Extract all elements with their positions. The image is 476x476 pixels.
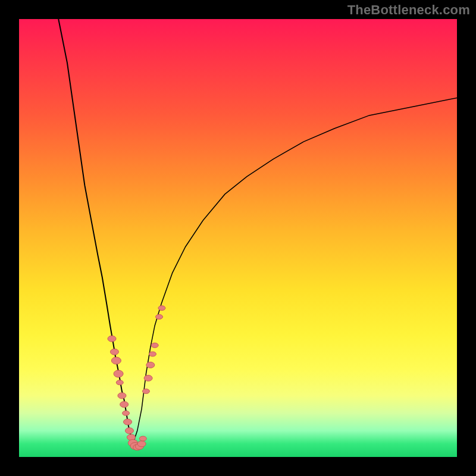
right-curve bbox=[133, 98, 457, 443]
data-bead bbox=[144, 375, 152, 381]
data-bead bbox=[158, 306, 165, 311]
data-bead bbox=[124, 419, 132, 425]
data-bead bbox=[156, 314, 163, 319]
data-beads bbox=[108, 306, 165, 450]
data-bead bbox=[111, 357, 121, 364]
plot-area bbox=[19, 19, 457, 457]
chart-frame: TheBottleneck.com bbox=[0, 0, 476, 476]
left-curve bbox=[58, 19, 133, 444]
data-bead bbox=[146, 362, 155, 368]
data-bead bbox=[149, 352, 156, 356]
data-bead bbox=[108, 336, 116, 342]
data-bead bbox=[125, 428, 133, 434]
data-bead bbox=[110, 349, 118, 355]
data-bead bbox=[116, 380, 123, 385]
data-bead bbox=[123, 411, 130, 415]
watermark-text: TheBottleneck.com bbox=[347, 2, 470, 18]
data-bead bbox=[120, 402, 129, 408]
data-bead bbox=[137, 441, 146, 447]
data-bead bbox=[151, 343, 158, 347]
data-bead bbox=[142, 389, 149, 394]
data-bead bbox=[114, 370, 123, 377]
chart-svg bbox=[19, 19, 457, 457]
data-bead bbox=[139, 436, 146, 441]
data-bead bbox=[118, 393, 126, 399]
